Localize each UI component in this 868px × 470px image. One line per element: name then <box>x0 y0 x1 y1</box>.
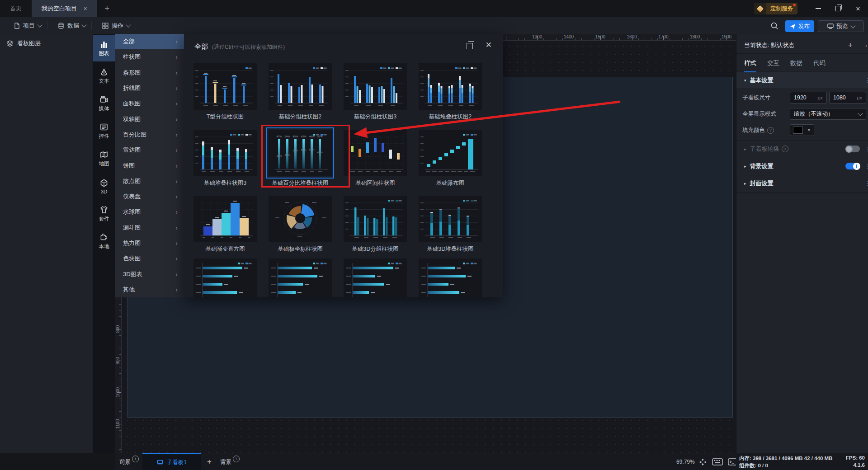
tab-current-project[interactable]: 我的空白项目 ✕ <box>32 0 97 17</box>
component-card-基础3D分组柱状图[interactable]: 基础3D分组柱状图 <box>344 196 407 253</box>
section-carousel[interactable]: ▸ 子看板轮播 ? ⋮ <box>736 141 868 157</box>
zoom-level[interactable]: 69.79% <box>676 453 695 470</box>
add-board-button[interactable]: + <box>207 453 212 470</box>
sidebar-item-套件[interactable]: 套件 <box>93 201 115 227</box>
board-height-input[interactable]: 1080 px <box>829 92 866 103</box>
menu-data[interactable]: 数据 <box>58 17 86 34</box>
section-cover[interactable]: ▸ 封面设置 ⋮ <box>736 175 868 191</box>
category-item-色块图[interactable]: 色块图› <box>115 251 184 266</box>
category-item-面积图[interactable]: 面积图› <box>115 96 184 111</box>
card-thumbnail[interactable] <box>269 196 332 242</box>
fill-color-picker[interactable]: ▼ <box>790 124 814 136</box>
modal-restore-icon[interactable] <box>467 43 473 49</box>
category-item-水球图[interactable]: 水球图› <box>115 204 184 220</box>
menu-operation[interactable]: 操作 <box>102 17 130 34</box>
category-item-全部[interactable]: 全部› <box>115 34 184 49</box>
component-card[interactable] <box>269 258 332 297</box>
category-item-雷达图[interactable]: 雷达图› <box>115 142 184 158</box>
add-state-button[interactable]: + <box>848 41 853 50</box>
board-tab-active[interactable]: 子看板1 <box>142 453 201 470</box>
keyboard-shortcuts-button[interactable] <box>712 453 723 470</box>
component-card-基础渐变直方图[interactable]: 基础渐变直方图 <box>193 196 257 253</box>
component-card-基础堆叠柱状图2[interactable]: 基础堆叠柱状图2 <box>419 63 482 121</box>
component-card-基础区间柱状图[interactable]: 基础区间柱状图 <box>344 130 407 187</box>
search-button[interactable] <box>769 20 780 32</box>
category-item-热力图[interactable]: 热力图› <box>115 235 184 251</box>
component-card-基础分组柱状图2[interactable]: 基础分组柱状图2 <box>269 63 332 121</box>
category-item-折线图[interactable]: 折线图› <box>115 80 184 96</box>
inspector-tab-数据[interactable]: 数据 <box>790 59 802 71</box>
card-thumbnail[interactable] <box>344 196 407 242</box>
sidebar-item-本地[interactable]: 本地 <box>93 228 115 254</box>
close-button[interactable]: ✕ <box>848 0 868 17</box>
component-card-基础瀑布图[interactable]: 基础瀑布图 <box>419 130 482 187</box>
menu-project[interactable]: 项目 <box>14 17 42 34</box>
category-item-其他[interactable]: 其他› <box>115 282 184 297</box>
component-card-基础极坐标柱状图[interactable]: 基础极坐标柱状图 <box>269 196 332 253</box>
card-thumbnail[interactable] <box>419 196 482 242</box>
sidebar-item-图表[interactable]: 图表 <box>93 35 115 61</box>
card-thumbnail[interactable] <box>269 63 332 110</box>
card-thumbnail[interactable] <box>419 130 482 176</box>
component-card-基础分组柱状图3[interactable]: 基础分组柱状图3 <box>344 63 407 121</box>
add-foreground-icon[interactable]: + <box>132 456 139 462</box>
card-thumbnail[interactable] <box>193 63 257 110</box>
card-thumbnail[interactable] <box>344 258 407 297</box>
component-card[interactable] <box>419 258 482 297</box>
inspector-tab-交互[interactable]: 交互 <box>767 59 779 71</box>
carousel-toggle[interactable] <box>845 146 860 152</box>
new-tab-button[interactable]: + <box>97 0 117 17</box>
category-item-条形图[interactable]: 条形图› <box>115 65 184 80</box>
fullscreen-mode-select[interactable]: 缩放（不滚动） <box>790 108 866 120</box>
category-item-百分比图[interactable]: 百分比图› <box>115 127 184 142</box>
card-thumbnail[interactable] <box>419 258 482 297</box>
sidebar-item-控件[interactable]: 控件 <box>93 118 115 144</box>
custom-service-badge[interactable]: 定制服务 <box>754 3 797 14</box>
kebab-menu-icon[interactable]: ⋮ <box>865 77 868 84</box>
sidebar-item-文本[interactable]: 文本 <box>93 63 115 89</box>
category-item-漏斗图[interactable]: 漏斗图› <box>115 220 184 235</box>
card-thumbnail[interactable] <box>419 63 482 110</box>
sidebar-item-媒体[interactable]: 媒体 <box>93 90 115 117</box>
sidebar-item-3D[interactable]: 3D <box>93 173 115 199</box>
category-item-散点图[interactable]: 散点图› <box>115 174 184 189</box>
category-item-双轴图[interactable]: 双轴图› <box>115 111 184 127</box>
card-thumbnail[interactable] <box>193 196 257 242</box>
card-thumbnail[interactable] <box>193 130 257 176</box>
minimize-button[interactable] <box>808 0 828 17</box>
publish-button[interactable]: 发布 <box>785 20 814 32</box>
tab-close-icon[interactable]: ✕ <box>83 6 87 12</box>
component-card-基础3D堆叠柱状图[interactable]: 基础3D堆叠柱状图 <box>419 196 482 253</box>
category-item-仪表盘[interactable]: 仪表盘› <box>115 189 184 204</box>
category-item-柱状图[interactable]: 柱状图› <box>115 49 184 65</box>
kebab-menu-icon[interactable]: ⋮ <box>865 180 868 187</box>
card-thumbnail[interactable] <box>344 130 407 176</box>
tab-home[interactable]: 首页 <box>0 0 32 17</box>
kebab-menu-icon[interactable]: ⋮ <box>865 163 868 169</box>
component-card[interactable] <box>344 258 407 297</box>
sidebar-item-地图[interactable]: 地图 <box>93 146 115 172</box>
inspector-tab-代码[interactable]: 代码 <box>813 59 826 71</box>
card-thumbnail[interactable] <box>344 63 407 110</box>
background-toggle[interactable] <box>845 163 860 169</box>
foreground-tab[interactable]: 前景 + <box>119 453 139 470</box>
category-item-饼图[interactable]: 饼图› <box>115 158 184 173</box>
preview-button[interactable]: 预览 <box>818 20 864 32</box>
console-button[interactable] <box>728 453 737 470</box>
section-background[interactable]: ▸ 背景设置 ⋮ <box>736 158 868 174</box>
state-expand-icon[interactable]: › <box>865 42 867 49</box>
kebab-menu-icon[interactable]: ⋮ <box>865 146 868 152</box>
component-card-基础堆叠柱状图3[interactable]: 基础堆叠柱状图3 <box>193 130 257 187</box>
modal-close-icon[interactable]: ✕ <box>486 40 492 50</box>
add-background-icon[interactable]: + <box>233 456 240 462</box>
card-thumbnail[interactable]: 47%12%54%20%45%55%43%57%46%60%55%43% <box>269 130 332 176</box>
restore-button[interactable] <box>828 0 848 17</box>
component-card[interactable] <box>193 258 257 297</box>
card-thumbnail[interactable] <box>193 258 257 297</box>
card-thumbnail[interactable] <box>269 258 332 297</box>
fit-screen-button[interactable] <box>699 453 707 470</box>
board-width-input[interactable]: 1920 px <box>790 92 827 103</box>
category-item-3D图表[interactable]: 3D图表› <box>115 266 184 282</box>
component-card-基础百分比堆叠柱状图[interactable]: 47%12%54%20%45%55%43%57%46%60%55%43%基础百分… <box>269 130 332 187</box>
section-basic-settings[interactable]: ▾ 基本设置 ⋮ <box>736 72 868 88</box>
